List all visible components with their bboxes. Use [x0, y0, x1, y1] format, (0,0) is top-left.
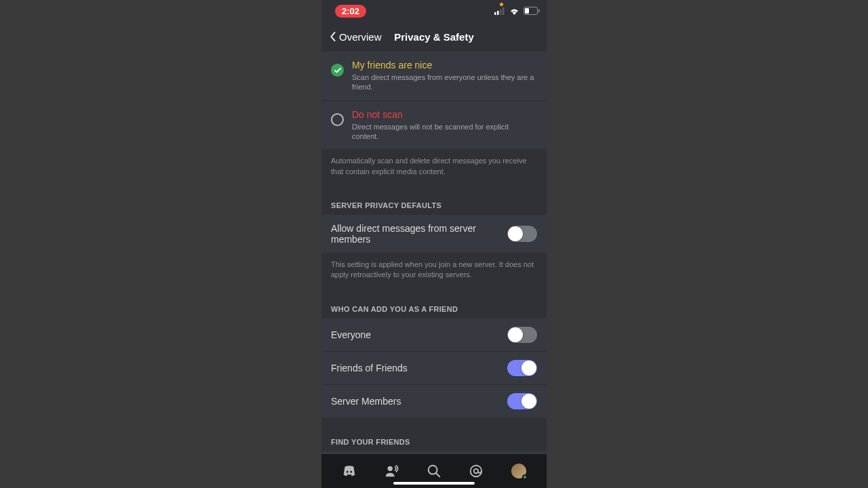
- recording-time-pill[interactable]: 2:02: [335, 5, 366, 18]
- wifi-icon: [509, 7, 519, 15]
- status-bar: 2:02: [321, 0, 547, 22]
- svg-point-10: [471, 466, 482, 477]
- option-desc: Scan direct messages from everyone unles…: [352, 73, 537, 92]
- section-header: FIND YOUR FRIENDS: [321, 418, 547, 451]
- option-desc: Direct messages will not be scanned for …: [352, 122, 537, 142]
- section-footer: Automatically scan and delete direct mes…: [321, 149, 547, 189]
- nav-header: Overview Privacy & Safety: [321, 22, 547, 52]
- toggle-switch[interactable]: [507, 226, 537, 242]
- section-header: WHO CAN ADD YOU AS A FRIEND: [321, 293, 547, 319]
- toggle-label: Server Members: [331, 396, 401, 407]
- svg-rect-5: [525, 8, 529, 14]
- svg-point-7: [387, 466, 392, 471]
- toggle-switch[interactable]: [507, 393, 537, 409]
- scroll-content[interactable]: My friends are nice Scan direct messages…: [321, 52, 547, 454]
- privacy-indicator-dot: [500, 3, 503, 6]
- toggle-label: Allow direct messages from server member…: [331, 223, 507, 245]
- at-sign-icon: [469, 464, 484, 479]
- toggle-label: Everyone: [331, 329, 371, 340]
- svg-rect-6: [538, 9, 540, 13]
- svg-rect-1: [497, 11, 499, 15]
- toggle-friends-of-friends[interactable]: Friends of Friends: [321, 352, 547, 385]
- person-wave-icon: [384, 464, 399, 479]
- radio-selected-icon: [331, 64, 344, 77]
- toggle-allow-dm[interactable]: Allow direct messages from server member…: [321, 215, 547, 253]
- section-header: SERVER PRIVACY DEFAULTS: [321, 189, 547, 215]
- toggle-everyone[interactable]: Everyone: [321, 319, 547, 352]
- status-icons: [494, 7, 540, 15]
- svg-rect-3: [502, 7, 505, 15]
- tab-search[interactable]: [426, 463, 442, 479]
- tab-profile[interactable]: [511, 463, 527, 479]
- chevron-left-icon: [328, 32, 338, 41]
- discord-logo-icon: [342, 464, 357, 479]
- phone-frame: 2:02 Overview Privacy & Safety: [321, 0, 547, 488]
- avatar: [511, 464, 526, 479]
- toggle-label: Friends of Friends: [331, 363, 408, 373]
- radio-unselected-icon: [331, 113, 344, 126]
- back-label: Overview: [339, 31, 382, 43]
- tab-home[interactable]: [341, 463, 357, 479]
- presence-online-icon: [522, 474, 528, 480]
- home-indicator[interactable]: [393, 482, 475, 485]
- tab-friends[interactable]: [384, 463, 400, 479]
- svg-point-11: [474, 469, 478, 473]
- toggle-switch[interactable]: [507, 360, 537, 376]
- toggle-server-members[interactable]: Server Members: [321, 385, 547, 418]
- scan-option-friends-nice[interactable]: My friends are nice Scan direct messages…: [321, 52, 547, 101]
- scan-option-do-not-scan[interactable]: Do not scan Direct messages will not be …: [321, 101, 547, 150]
- svg-line-9: [436, 473, 439, 476]
- section-footer: This setting is applied when you join a …: [321, 253, 547, 293]
- tab-mentions[interactable]: [468, 463, 484, 479]
- search-icon: [427, 464, 441, 479]
- option-title: My friends are nice: [352, 60, 537, 70]
- svg-rect-2: [500, 9, 502, 15]
- cellular-signal-icon: [494, 7, 505, 15]
- checkmark-icon: [334, 68, 341, 73]
- back-button[interactable]: Overview: [328, 31, 382, 43]
- toggle-switch[interactable]: [507, 327, 537, 343]
- battery-icon: [524, 7, 540, 15]
- svg-rect-0: [494, 12, 496, 15]
- option-title: Do not scan: [352, 109, 537, 120]
